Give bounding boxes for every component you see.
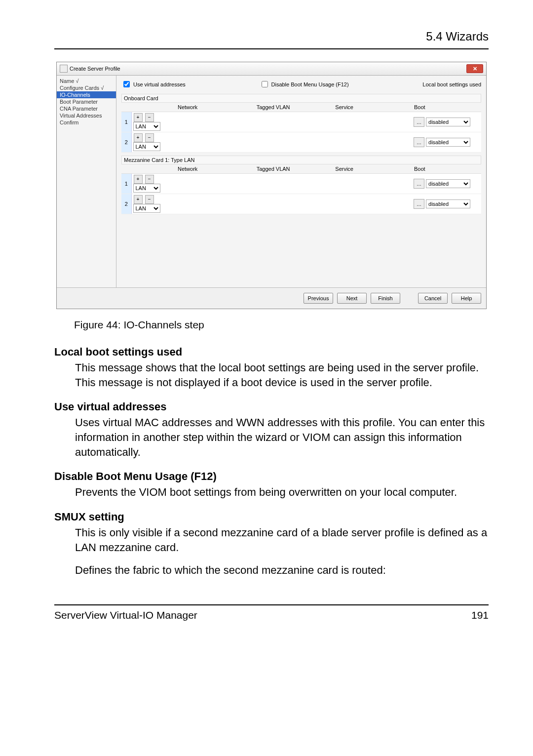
nav-io-channels[interactable]: IO-Channels — [57, 91, 116, 98]
desc-disable-boot: Prevents the VIOM boot settings from bei… — [75, 485, 489, 500]
add-icon[interactable]: + — [134, 133, 143, 142]
col-tagged: Tagged VLAN — [255, 164, 334, 174]
onboard-table: Network Tagged VLAN Service Boot 1 + − L… — [121, 103, 481, 153]
type-select[interactable]: LAN — [133, 122, 160, 131]
use-virtual-input[interactable] — [123, 81, 130, 87]
desc-use-virtual: Uses virtual MAC addresses and WWN addre… — [75, 415, 489, 459]
type-select[interactable]: LAN — [133, 204, 160, 213]
add-icon[interactable]: + — [134, 175, 143, 184]
row-index: 1 — [121, 174, 131, 194]
remove-icon[interactable]: − — [145, 195, 154, 204]
desc-local-boot: This message shows that the local boot s… — [75, 360, 489, 390]
disable-boot-label: Disable Boot Menu Usage (F12) — [271, 81, 349, 87]
header-rule — [54, 48, 489, 49]
col-boot: Boot — [412, 103, 481, 112]
row-index: 2 — [121, 194, 131, 214]
term-disable-boot: Disable Boot Menu Usage (F12) — [54, 470, 489, 483]
help-button[interactable]: Help — [452, 293, 481, 304]
col-service: Service — [333, 103, 412, 112]
disable-boot-checkbox[interactable]: Disable Boot Menu Usage (F12) — [260, 80, 349, 89]
wizard-nav: Name √ Configure Cards √ IO-Channels Boo… — [57, 76, 116, 287]
boot-select[interactable]: disabled — [426, 199, 470, 208]
browse-button[interactable]: … — [414, 117, 424, 127]
remove-icon[interactable]: − — [145, 133, 154, 142]
wizard-buttons: Previous Next Finish Cancel Help — [57, 287, 486, 309]
footer-page: 191 — [471, 609, 489, 621]
previous-button[interactable]: Previous — [304, 293, 333, 304]
nav-confirm[interactable]: Confirm — [57, 119, 116, 126]
col-network: Network — [176, 164, 255, 174]
local-boot-used-label: Local boot settings used — [422, 81, 481, 87]
close-icon[interactable]: ✕ — [466, 64, 483, 73]
boot-select[interactable]: disabled — [426, 118, 470, 126]
cancel-button[interactable]: Cancel — [418, 293, 448, 304]
wizard-titlebar: Create Server Profile ✕ — [57, 62, 486, 76]
term-use-virtual: Use virtual addresses — [54, 400, 489, 413]
table-row: 1 + − LAN … disabled — [121, 112, 481, 132]
remove-icon[interactable]: − — [145, 175, 154, 184]
table-row: 2 + − LAN … disabled — [121, 132, 481, 153]
row-index: 1 — [121, 112, 131, 132]
col-tagged: Tagged VLAN — [255, 103, 334, 112]
finish-button[interactable]: Finish — [371, 293, 400, 304]
mezz-table: Network Tagged VLAN Service Boot 1 + − L… — [121, 164, 481, 214]
type-select[interactable]: LAN — [133, 184, 160, 193]
desc-smux-b: Defines the fabric to which the second m… — [75, 563, 489, 578]
add-icon[interactable]: + — [134, 113, 143, 122]
window-title: Create Server Profile — [70, 66, 120, 72]
type-select[interactable]: LAN — [133, 142, 160, 151]
mezz-card-label: Mezzanine Card 1: Type LAN — [121, 156, 481, 164]
table-row: 1 + − LAN … disabled — [121, 174, 481, 194]
nav-virtual-addresses[interactable]: Virtual Addresses — [57, 112, 116, 119]
nav-configure-cards[interactable]: Configure Cards √ — [57, 84, 116, 91]
wizard-window: Create Server Profile ✕ Name √ Configure… — [56, 62, 487, 309]
desc-smux-a: This is only visible if a second mezzani… — [75, 525, 489, 555]
use-virtual-checkbox[interactable]: Use virtual addresses — [121, 80, 186, 89]
next-button[interactable]: Next — [337, 293, 367, 304]
boot-select[interactable]: disabled — [426, 138, 470, 147]
footer-product: ServerView Virtual-IO Manager — [54, 609, 197, 621]
nav-cna-parameter[interactable]: CNA Parameter — [57, 105, 116, 112]
figure-caption: Figure 44: IO-Channels step — [74, 319, 469, 331]
col-network: Network — [176, 103, 255, 112]
term-smux: SMUX setting — [54, 511, 489, 523]
use-virtual-label: Use virtual addresses — [133, 81, 186, 87]
boot-select[interactable]: disabled — [426, 179, 470, 188]
col-service: Service — [333, 164, 412, 174]
col-boot: Boot — [412, 164, 481, 174]
onboard-card-label: Onboard Card — [121, 94, 481, 103]
nav-boot-parameter[interactable]: Boot Parameter — [57, 98, 116, 105]
add-icon[interactable]: + — [134, 195, 143, 204]
nav-name[interactable]: Name √ — [57, 78, 116, 84]
window-icon — [60, 65, 68, 73]
row-index: 2 — [121, 132, 131, 153]
browse-button[interactable]: … — [414, 137, 424, 147]
table-row: 2 + − LAN … disabled — [121, 194, 481, 214]
section-heading: 5.4 Wizards — [54, 30, 489, 48]
browse-button[interactable]: … — [414, 179, 424, 189]
term-local-boot: Local boot settings used — [54, 346, 489, 358]
browse-button[interactable]: … — [414, 199, 424, 209]
remove-icon[interactable]: − — [145, 113, 154, 122]
disable-boot-input[interactable] — [262, 81, 268, 87]
